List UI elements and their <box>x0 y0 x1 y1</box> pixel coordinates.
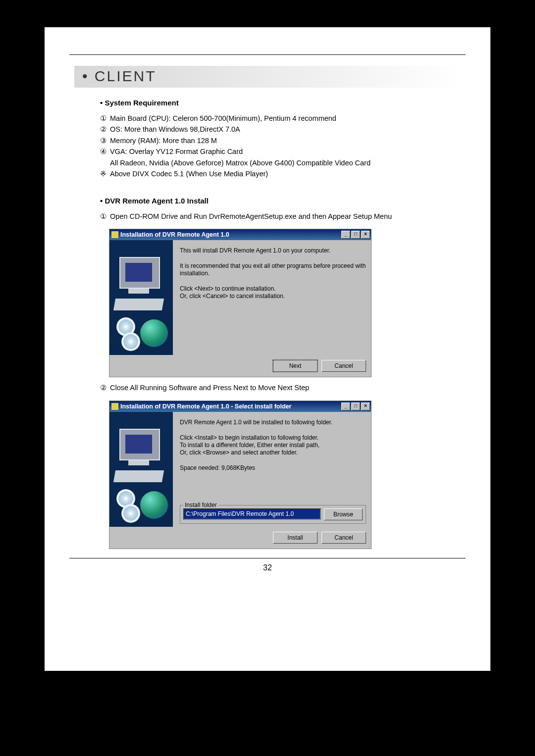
installer-window: Installation of DVR Remote Agent 1.0 _ □… <box>109 229 372 377</box>
list-text: All Radeon, Nvidia (Above Geforce) Matro… <box>110 157 461 168</box>
installer-screenshot-2: Installation of DVR Remote Agent 1.0 - S… <box>109 401 372 549</box>
section-title-sysreq: • System Requirement <box>100 99 461 107</box>
wizard-text: It is recommended that you exit all othe… <box>180 262 366 277</box>
maximize-button[interactable]: □ <box>351 403 360 410</box>
list-item: ② OS: More than Windows 98,DirectX 7.0A <box>100 124 461 135</box>
globe-icon <box>140 319 168 347</box>
group-label: Install folder <box>183 502 218 508</box>
close-button[interactable]: × <box>361 403 370 410</box>
list-marker: ※ <box>100 168 110 179</box>
wizard-art <box>109 412 173 527</box>
window-title: Installation of DVR Remote Agent 1.0 <box>120 231 340 238</box>
browse-button[interactable]: Browse <box>324 508 363 520</box>
installer-screenshot-1: Installation of DVR Remote Agent 1.0 _ □… <box>109 229 372 377</box>
wizard-text: Click <Next> to continue installation. O… <box>180 285 366 300</box>
wizard-text: Click <Install> to begin installation to… <box>180 434 366 456</box>
minimize-button[interactable]: _ <box>341 231 350 239</box>
window-title: Installation of DVR Remote Agent 1.0 - S… <box>120 403 340 410</box>
space-needed-text: Space needed: 9,068KBytes <box>180 464 366 472</box>
monitor-base-icon <box>128 289 149 294</box>
bottom-rule <box>69 558 466 558</box>
installer-window: Installation of DVR Remote Agent 1.0 - S… <box>109 401 372 549</box>
list-text: Above DIVX Codec 5.1 (When Use Media Pla… <box>110 168 461 179</box>
list-item: ① Main Board (CPU): Celeron 500-700(Mini… <box>100 113 461 124</box>
monitor-icon <box>119 257 160 289</box>
cd-icon <box>121 332 140 351</box>
install-steps: ② Close All Running Software and Press N… <box>100 382 461 393</box>
list-marker: ② <box>100 382 110 393</box>
install-button[interactable]: Install <box>273 532 318 544</box>
close-button[interactable]: × <box>361 231 370 239</box>
page-number: 32 <box>69 563 466 572</box>
top-rule <box>69 54 466 55</box>
list-item: ※ Above DIVX Codec 5.1 (When Use Media P… <box>100 168 461 179</box>
list-text: OS: More than Windows 98,DirectX 7.0A <box>110 124 461 135</box>
app-icon <box>111 403 118 410</box>
list-text: Close All Running Software and Press Nex… <box>110 382 461 393</box>
next-button[interactable]: Next <box>273 360 318 372</box>
wizard-text: This will install DVR Remote Agent 1.0 o… <box>180 247 366 254</box>
monitor-icon <box>119 429 160 460</box>
globe-icon <box>140 491 168 519</box>
minimize-button[interactable]: _ <box>341 403 350 410</box>
list-marker: ① <box>100 211 110 222</box>
list-marker <box>100 157 110 168</box>
wizard-art <box>109 240 173 355</box>
list-text: Main Board (CPU): Celeron 500-700(Minimu… <box>110 113 461 124</box>
list-marker: ① <box>100 113 110 124</box>
titlebar[interactable]: Installation of DVR Remote Agent 1.0 - S… <box>109 401 371 412</box>
monitor-base-icon <box>128 460 149 465</box>
sysreq-list: ① Main Board (CPU): Celeron 500-700(Mini… <box>100 113 461 180</box>
list-marker: ② <box>100 124 110 135</box>
keyboard-icon <box>113 470 164 482</box>
cancel-button[interactable]: Cancel <box>321 532 366 544</box>
list-marker: ③ <box>100 135 110 146</box>
wizard-text: DVR Remote Agent 1.0 will be installed t… <box>180 419 366 426</box>
install-steps: ① Open CD-ROM Drive and Run DvrRemoteAge… <box>100 211 461 222</box>
keyboard-icon <box>113 299 164 310</box>
list-text: VGA: Overlay YV12 Format Graphic Card <box>110 146 461 157</box>
list-item: ③ Memory (RAM): More than 128 M <box>100 135 461 146</box>
page-heading: • CLIENT <box>74 66 461 88</box>
app-icon <box>111 231 118 238</box>
list-item: ② Close All Running Software and Press N… <box>100 382 461 393</box>
cancel-button[interactable]: Cancel <box>321 360 366 372</box>
list-marker: ④ <box>100 146 110 157</box>
install-folder-group: Install folder C:\Program Files\DVR Remo… <box>180 505 366 524</box>
list-item: All Radeon, Nvidia (Above Geforce) Matro… <box>100 157 461 168</box>
list-item: ① Open CD-ROM Drive and Run DvrRemoteAge… <box>100 211 461 222</box>
cd-icon <box>121 504 140 523</box>
titlebar[interactable]: Installation of DVR Remote Agent 1.0 _ □… <box>109 229 371 240</box>
install-path-input[interactable]: C:\Program Files\DVR Remote Agent 1.0 <box>183 508 321 520</box>
maximize-button[interactable]: □ <box>351 231 360 239</box>
list-text: Memory (RAM): More than 128 M <box>110 135 461 146</box>
section-title-install: • DVR Remote Agent 1.0 Install <box>100 197 461 205</box>
list-text: Open CD-ROM Drive and Run DvrRemoteAgent… <box>110 211 461 222</box>
list-item: ④ VGA: Overlay YV12 Format Graphic Card <box>100 146 461 157</box>
